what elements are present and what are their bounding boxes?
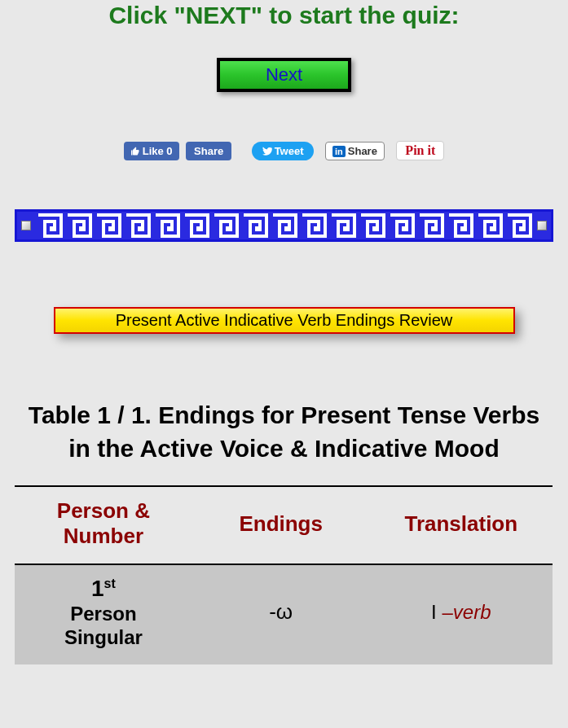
greek-key-unit	[64, 212, 94, 239]
greek-key-divider	[15, 209, 553, 242]
table-title: Table 1 / 1. Endings for Present Tense V…	[16, 399, 552, 465]
greek-key-unit	[270, 212, 299, 239]
greek-key-unit	[387, 212, 416, 239]
thumbs-up-icon	[130, 147, 140, 156]
verb-endings-table: Person & Number Endings Translation 1st …	[15, 485, 553, 664]
greek-key-unit	[328, 212, 358, 239]
greek-key-unit	[123, 212, 152, 239]
linkedin-share-label: Share	[348, 145, 377, 157]
twitter-bird-icon	[262, 147, 273, 156]
next-button[interactable]: Next	[217, 58, 351, 92]
greek-key-unit	[416, 212, 446, 239]
greek-key-unit	[152, 212, 182, 239]
greek-key-unit	[504, 212, 533, 239]
greek-key-endcap-left	[17, 212, 35, 239]
column-header-endings: Endings	[192, 486, 370, 564]
greek-key-unit	[35, 212, 64, 239]
greek-key-unit	[182, 212, 211, 239]
table-row: 1st Person Singular -ω I –verb	[15, 564, 553, 664]
cell-person-number: 1st Person Singular	[15, 564, 192, 664]
column-header-person-number: Person & Number	[15, 486, 192, 564]
cell-translation: I –verb	[370, 564, 553, 664]
greek-key-unit	[475, 212, 504, 239]
greek-key-unit	[446, 212, 475, 239]
pinterest-pinit-button[interactable]: Pin it	[396, 141, 444, 160]
greek-key-unit	[299, 212, 328, 239]
review-banner: Present Active Indicative Verb Endings R…	[54, 307, 515, 334]
instruction-heading: Click "NEXT" to start the quiz:	[0, 0, 568, 29]
twitter-tweet-button[interactable]: Tweet	[252, 142, 314, 160]
social-share-row: Like 0 Share Tweet inShare Pin it	[0, 141, 568, 160]
linkedin-in-icon: in	[332, 146, 346, 157]
greek-key-unit	[358, 212, 387, 239]
cell-ending: -ω	[192, 564, 370, 664]
greek-key-endcap-right	[533, 212, 551, 239]
tweet-label: Tweet	[275, 145, 304, 157]
greek-key-unit	[211, 212, 240, 239]
greek-key-unit	[94, 212, 123, 239]
facebook-share-button[interactable]: Share	[186, 142, 231, 160]
facebook-like-button[interactable]: Like 0	[124, 142, 179, 160]
greek-key-unit	[240, 212, 270, 239]
facebook-like-label: Like 0	[143, 145, 173, 157]
linkedin-share-button[interactable]: inShare	[325, 142, 385, 160]
next-button-container: Next	[0, 58, 568, 92]
column-header-translation: Translation	[370, 486, 553, 564]
